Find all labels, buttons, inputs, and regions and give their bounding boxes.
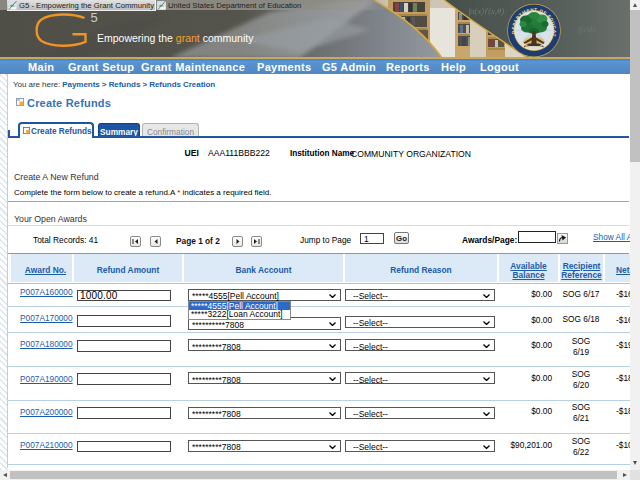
svg-text:5: 5 [91, 10, 98, 25]
svg-text:f(x)dx: f(x)dx [578, 25, 596, 34]
svg-text:Empowering the grant community: Empowering the grant community. [97, 32, 256, 44]
